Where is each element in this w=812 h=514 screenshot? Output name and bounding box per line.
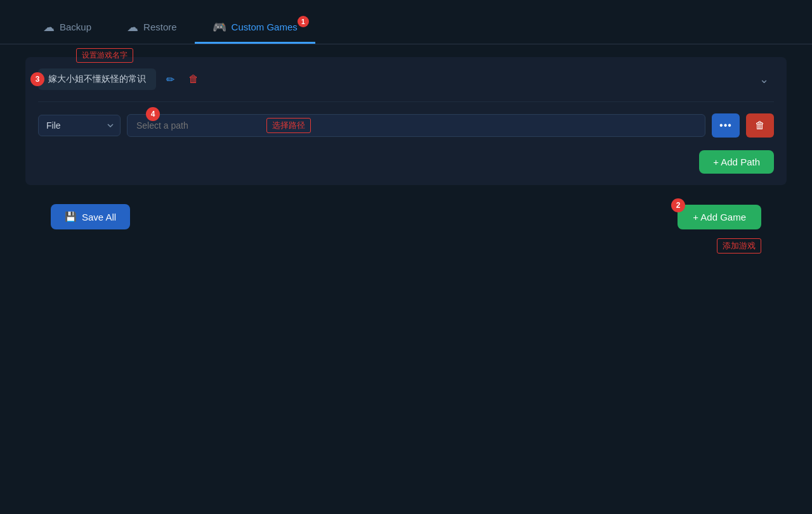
- path-index-badge: 4: [146, 107, 160, 121]
- add-game-tooltip: 添加游戏: [717, 238, 761, 254]
- add-game-label: + Add Game: [693, 212, 746, 222]
- add-game-badge: 2: [671, 198, 685, 212]
- add-game-wrapper: 2 + Add Game 添加游戏: [678, 205, 761, 229]
- custom-games-icon: 🎮: [213, 20, 226, 34]
- tab-backup[interactable]: ☁ Backup: [25, 12, 109, 44]
- tab-backup-label: Backup: [60, 22, 91, 32]
- add-game-button[interactable]: 2 + Add Game: [678, 205, 761, 229]
- path-input[interactable]: [127, 114, 705, 137]
- tab-custom-games-label: Custom Games: [232, 22, 298, 32]
- game-card: 3 嫁大小姐不懂妖怪的常识 设置游戏名字 ✏ 🗑 ⌄ 4 File: [25, 57, 787, 185]
- tab-bar: ☁ Backup ☁ Restore 🎮 Custom Games 1: [0, 0, 812, 44]
- restore-icon: ☁: [127, 20, 138, 34]
- browse-path-button[interactable]: •••: [712, 113, 740, 138]
- game-name: 嫁大小姐不懂妖怪的常识: [38, 68, 156, 90]
- tab-custom-games[interactable]: 🎮 Custom Games 1: [195, 12, 315, 44]
- game-header: 3 嫁大小姐不懂妖怪的常识 设置游戏名字 ✏ 🗑 ⌄: [38, 68, 774, 90]
- backup-icon: ☁: [43, 20, 55, 34]
- bottom-bar: 💾 Save All 2 + Add Game 添加游戏: [25, 198, 787, 236]
- collapse-game-button[interactable]: ⌄: [754, 70, 774, 89]
- game-index-badge: 3: [30, 72, 44, 86]
- path-type-select[interactable]: File: [38, 115, 121, 136]
- save-all-label: Save All: [82, 212, 116, 222]
- edit-game-name-button[interactable]: ✏: [162, 71, 178, 88]
- add-path-row: + Add Path: [38, 148, 774, 174]
- main-content: 3 嫁大小姐不懂妖怪的常识 设置游戏名字 ✏ 🗑 ⌄ 4 File: [0, 44, 812, 248]
- delete-path-icon: 🗑: [755, 120, 765, 131]
- save-icon: 💾: [65, 211, 77, 222]
- tab-restore-label: Restore: [143, 22, 177, 32]
- paths-section: 4 File 选择路径 ••• 🗑: [38, 101, 774, 174]
- dots-icon: •••: [719, 120, 732, 131]
- path-row: 4 File 选择路径 ••• 🗑: [38, 113, 774, 138]
- tab-restore[interactable]: ☁ Restore: [109, 12, 195, 44]
- path-input-wrapper: 选择路径: [127, 114, 705, 137]
- add-path-button[interactable]: + Add Path: [699, 150, 774, 174]
- set-name-tooltip: 设置游戏名字: [76, 48, 133, 63]
- game-header-left: 3 嫁大小姐不懂妖怪的常识 设置游戏名字 ✏ 🗑: [38, 68, 202, 90]
- delete-path-button[interactable]: 🗑: [746, 113, 774, 138]
- save-all-button[interactable]: 💾 Save All: [51, 204, 130, 229]
- custom-games-badge: 1: [298, 16, 309, 27]
- delete-game-button[interactable]: 🗑: [185, 71, 202, 87]
